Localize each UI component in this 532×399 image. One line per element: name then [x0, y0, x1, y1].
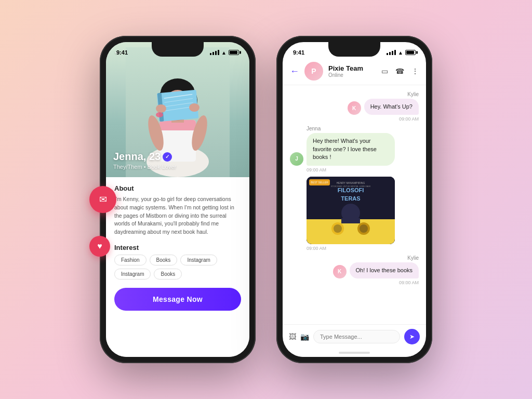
message-time-4: 09:00 AM — [290, 280, 419, 285]
chat-battery — [405, 50, 416, 55]
message-text-4: Oh! I love these books — [356, 267, 413, 273]
svg-text:HENRY MANAMPIRING: HENRY MANAMPIRING — [337, 181, 365, 184]
send-button[interactable]: ➤ — [404, 329, 420, 344]
message-text-2: Hey there! What's your favorite one? I l… — [313, 138, 377, 160]
svg-text:TERAS: TERAS — [341, 195, 360, 202]
tag-instagram-2[interactable]: Instagram — [114, 269, 151, 280]
svg-point-20 — [189, 103, 200, 112]
sender-name-kylie-1: Kylie — [290, 91, 419, 97]
message-time-3: 09:00 AM — [307, 246, 419, 251]
chat-signal-bars — [387, 50, 396, 55]
message-input[interactable] — [313, 330, 400, 343]
svg-text:FILOSOFI: FILOSOFI — [338, 187, 364, 193]
signal-bar-3 — [215, 51, 217, 55]
chat-back-button[interactable]: ← — [290, 66, 299, 77]
status-icons: ▲ — [210, 50, 239, 56]
profile-image-area: ← Jenna, 23 ✓ They/Them • Book Lover — [106, 42, 249, 177]
message-row-4: Oh! I love these books K — [290, 262, 419, 278]
profile-phone: ✉ ♥ 9:41 ▲ — [100, 36, 256, 363]
phone-call-icon[interactable]: ☎ — [395, 67, 404, 75]
message-bubble-2: Hey there! What's your favorite one? I l… — [307, 133, 395, 165]
svg-rect-29 — [360, 224, 368, 233]
more-options-icon[interactable]: ⋮ — [411, 67, 419, 75]
profile-screen: 9:41 ▲ — [106, 42, 249, 357]
signal-bar-1 — [210, 53, 211, 55]
chat-phone-notch — [328, 42, 380, 57]
svg-rect-25 — [341, 218, 360, 223]
chat-contact-info: Pixie Team Online — [328, 64, 376, 78]
status-bar: 9:41 ▲ — [106, 42, 249, 58]
svg-text:STOICISME UNTUK MENTAL LEBIH B: STOICISME UNTUK MENTAL LEBIH BAIK — [331, 185, 371, 188]
message-group-4: Kylie Oh! I love these books K 09:00 AM — [290, 255, 419, 285]
message-text-1: Hey. What's Up? — [370, 103, 413, 110]
tag-books[interactable]: Books — [150, 255, 178, 265]
book-image-message: FILOSOFI TERAS HENRY MANAMPIRING STOICIS… — [307, 177, 395, 244]
jenna-avatar-1: J — [290, 152, 303, 166]
chat-header: ← P Pixie Team Online ▭ ☎ ⋮ — [283, 58, 426, 85]
tag-fashion[interactable]: Fashion — [114, 255, 147, 265]
message-now-button[interactable]: Message Now — [114, 288, 241, 311]
message-group-2: Jenna J Hey there! What's your favorite … — [290, 126, 419, 172]
signal-bar-4 — [218, 50, 219, 55]
chat-input-area: 🖼 📷 ➤ — [283, 324, 426, 349]
sender-name-jenna-1: Jenna — [307, 126, 419, 131]
wifi-icon: ▲ — [221, 50, 227, 56]
home-indicator — [339, 352, 370, 354]
camera-icon[interactable]: 📷 — [300, 332, 309, 341]
interest-title: Interest — [114, 244, 241, 251]
svg-point-19 — [156, 104, 166, 113]
message-time-1: 09:00 AM — [290, 116, 419, 122]
about-text: I'm Kenny, your go-to girl for deep conv… — [114, 195, 241, 236]
chat-wifi-icon: ▲ — [398, 50, 403, 56]
status-time: 9:41 — [116, 49, 128, 56]
tag-books-2[interactable]: Books — [154, 269, 182, 280]
battery-icon — [229, 50, 239, 55]
float-message-button[interactable]: ✉ — [89, 186, 116, 213]
message-bubble-4: Oh! I love these books — [350, 262, 419, 278]
message-envelope-icon: ✉ — [99, 194, 107, 205]
svg-text:BEST SELLER: BEST SELLER — [311, 181, 328, 184]
book-cover: FILOSOFI TERAS HENRY MANAMPIRING STOICIS… — [307, 177, 395, 244]
book-illustration: FILOSOFI TERAS HENRY MANAMPIRING STOICIS… — [307, 177, 395, 244]
profile-pronouns: They/Them • Book Lover — [113, 164, 176, 170]
kylie-avatar-2: K — [333, 265, 347, 278]
svg-rect-28 — [334, 224, 342, 233]
chat-screen: 9:41 ▲ ← P Pixie Team Online ▭ — [283, 42, 426, 357]
interest-tags: Fashion Books Instagram Instagram Books — [114, 255, 241, 280]
message-row-1: Hey. What's Up? K — [290, 99, 419, 115]
message-bubble-1: Hey. What's Up? — [364, 99, 419, 115]
chat-contact-avatar: P — [304, 62, 323, 81]
signal-bars — [210, 50, 219, 55]
heart-icon: ♥ — [97, 242, 102, 251]
message-row-2: J Hey there! What's your favorite one? I… — [290, 133, 419, 165]
chat-messages: Kylie Hey. What's Up? K 09:00 AM Jenna J… — [283, 85, 426, 324]
kylie-avatar-1: K — [348, 101, 361, 115]
message-time-2: 09:00 AM — [307, 167, 419, 172]
chat-contact-name: Pixie Team — [328, 64, 376, 72]
sender-name-kylie-2: Kylie — [290, 255, 419, 261]
send-icon: ➤ — [409, 333, 415, 340]
profile-content: About I'm Kenny, your go-to girl for dee… — [106, 177, 249, 357]
float-heart-button[interactable]: ♥ — [89, 236, 110, 257]
chat-contact-status: Online — [328, 72, 376, 78]
chat-status-time: 9:41 — [293, 49, 304, 56]
profile-info-overlay: Jenna, 23 ✓ They/Them • Book Lover — [113, 151, 176, 170]
verified-badge: ✓ — [163, 152, 172, 162]
message-group-3: FILOSOFI TERAS HENRY MANAMPIRING STOICIS… — [290, 177, 419, 251]
chat-status-icons: ▲ — [387, 50, 416, 56]
about-title: About — [114, 184, 241, 192]
image-picker-icon[interactable]: 🖼 — [289, 332, 296, 341]
home-indicator-area — [283, 349, 426, 357]
chat-phone: 9:41 ▲ ← P Pixie Team Online ▭ — [276, 36, 432, 363]
tag-instagram[interactable]: Instagram — [180, 255, 217, 265]
svg-point-21 — [156, 112, 163, 117]
message-group-1: Kylie Hey. What's Up? K 09:00 AM — [290, 91, 419, 122]
signal-bar-2 — [212, 52, 214, 55]
profile-name: Jenna, 23 ✓ — [113, 151, 176, 163]
chat-actions: ▭ ☎ ⋮ — [381, 67, 419, 75]
video-call-icon[interactable]: ▭ — [381, 67, 388, 75]
